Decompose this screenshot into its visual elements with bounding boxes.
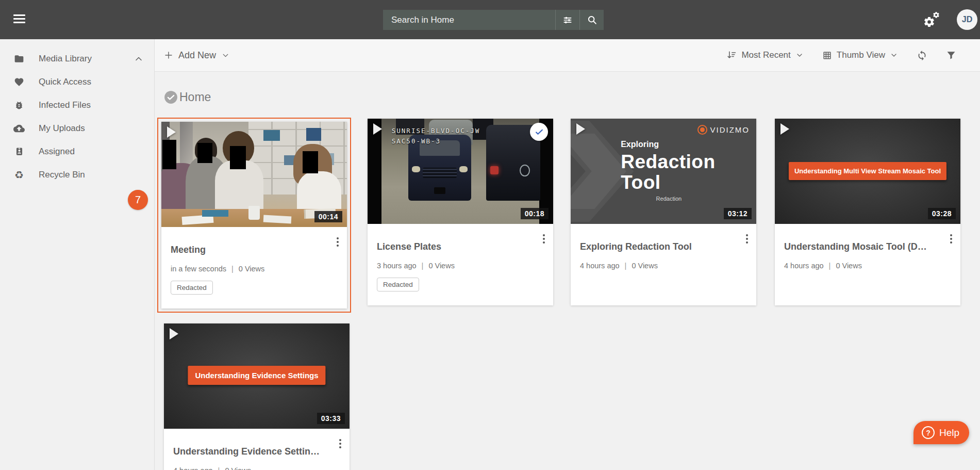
card-title[interactable]: License Plates — [377, 241, 534, 252]
sidebar-item-assigned[interactable]: Assigned — [0, 140, 154, 163]
bug-icon — [13, 100, 25, 111]
kebab-menu-icon[interactable] — [744, 233, 750, 245]
search-icon — [587, 14, 597, 25]
card-views: 0 Views — [239, 265, 265, 273]
sidebar: Media Library Quick Access Infected File… — [0, 39, 155, 470]
card-time: 3 hours ago — [377, 262, 417, 270]
media-card-meeting: 00:14 Meeting in a few seconds | 0 Views… — [161, 122, 347, 309]
id-badge-icon — [13, 146, 25, 157]
selection-count-badge: 7 — [128, 190, 148, 210]
card-title[interactable]: Exploring Redaction Tool — [580, 241, 737, 252]
help-button[interactable]: ? Help — [913, 421, 969, 444]
video-thumbnail[interactable]: SUNRISE-BLVD-OC-JW SAC50-WB-3 00:18 — [368, 119, 553, 224]
card-meta: 3 hours ago | 0 Views — [377, 262, 544, 270]
card-views: 0 Views — [225, 466, 251, 470]
check-circle-icon[interactable] — [164, 90, 178, 104]
card-views: 0 Views — [428, 262, 455, 270]
sidebar-item-label: Quick Access — [39, 77, 144, 87]
sidebar-item-recycle-bin[interactable]: ♻ Recycle Bin — [0, 163, 154, 186]
filter-button[interactable] — [946, 50, 956, 60]
play-icon[interactable] — [170, 328, 178, 339]
slide-caption: Redaction — [656, 196, 682, 202]
redaction-box — [197, 143, 212, 163]
redaction-box — [230, 146, 246, 169]
card-footer: License Plates 3 hours ago | 0 Views Red… — [368, 224, 553, 305]
sidebar-item-infected-files[interactable]: Infected Files — [0, 93, 154, 117]
slide-title: Exploring Redaction Tool — [621, 140, 715, 193]
card-footer: Understanding Evidence Settin… 4 hours a… — [164, 429, 350, 470]
view-dropdown[interactable]: Thumb View — [822, 50, 898, 60]
sidebar-item-label: My Uploads — [39, 123, 144, 134]
breadcrumb: Home — [164, 90, 211, 104]
folder-icon — [13, 53, 25, 64]
help-label: Help — [939, 427, 959, 439]
selected-card-outline: 00:14 Meeting in a few seconds | 0 Views… — [157, 118, 351, 313]
kebab-menu-icon[interactable] — [335, 236, 340, 248]
grid-view-icon — [822, 51, 832, 60]
card-views: 0 Views — [836, 262, 862, 270]
selected-check-icon[interactable] — [530, 123, 548, 141]
vidizmo-logo-icon — [697, 125, 707, 135]
sidebar-item-label: Infected Files — [39, 100, 144, 110]
heart-icon — [13, 76, 25, 88]
sidebar-item-my-uploads[interactable]: My Uploads — [0, 117, 154, 140]
search-input[interactable] — [383, 10, 555, 30]
card-footer: Exploring Redaction Tool 4 hours ago | 0… — [571, 224, 756, 305]
search-submit-button[interactable] — [579, 10, 604, 30]
cloud-upload-icon — [13, 123, 25, 134]
chevron-down-icon — [890, 51, 898, 59]
top-bar: JD — [0, 0, 980, 39]
question-mark-icon: ? — [922, 426, 935, 439]
add-new-label: Add New — [178, 50, 216, 61]
refresh-button[interactable] — [917, 50, 927, 61]
add-new-button[interactable]: Add New — [164, 50, 230, 61]
card-views: 0 Views — [632, 262, 658, 270]
kebab-menu-icon[interactable] — [541, 233, 546, 245]
chevron-up-icon[interactable] — [134, 54, 144, 64]
chevron-graphic — [571, 134, 626, 209]
card-title[interactable]: Understanding Evidence Settin… — [173, 446, 330, 457]
card-time: in a few seconds — [171, 265, 226, 273]
media-card-license-plates: SUNRISE-BLVD-OC-JW SAC50-WB-3 00:18 Lice… — [368, 119, 553, 305]
sort-dropdown[interactable]: Most Recent — [726, 50, 803, 60]
card-time: 4 hours ago — [173, 466, 213, 470]
kebab-menu-icon[interactable] — [949, 233, 954, 245]
avatar[interactable]: JD — [957, 9, 977, 30]
video-thumbnail[interactable]: Understanding Multi View Stream Mosaic T… — [775, 119, 960, 224]
duration-badge: 03:33 — [317, 413, 345, 424]
media-card-evidence-settings: Understanding Evidence Settings 03:33 Un… — [164, 323, 350, 470]
funnel-icon — [946, 50, 956, 60]
settings-button[interactable] — [923, 11, 940, 28]
content-toolbar: Add New Most Recent Thumb View — [155, 39, 980, 72]
avatar-initials: JD — [962, 15, 972, 24]
hamburger-menu-icon[interactable] — [13, 14, 25, 25]
card-title[interactable]: Meeting — [171, 245, 328, 255]
card-time: 4 hours ago — [580, 262, 620, 270]
redacted-tag: Redacted — [377, 278, 419, 291]
card-title[interactable]: Understanding Mosaic Tool (D… — [784, 241, 941, 252]
play-icon[interactable] — [576, 123, 585, 135]
card-footer: Understanding Mosaic Tool (D… 4 hours ag… — [775, 224, 960, 305]
play-icon[interactable] — [373, 123, 382, 135]
video-thumbnail[interactable]: VIDIZMO Exploring Redaction Tool Redacti… — [571, 119, 756, 224]
card-meta: 4 hours ago | 0 Views — [580, 262, 747, 270]
kebab-menu-icon[interactable] — [338, 437, 343, 450]
chevron-down-icon — [795, 51, 804, 59]
plus-icon — [164, 51, 173, 60]
play-icon[interactable] — [167, 126, 176, 138]
sidebar-item-label: Recycle Bin — [39, 170, 144, 180]
sidebar-item-media-library[interactable]: Media Library — [0, 47, 154, 70]
card-meta: in a few seconds | 0 Views — [171, 265, 338, 273]
search-filter-button[interactable] — [555, 10, 579, 30]
sync-icon — [917, 50, 927, 61]
page-title: Home — [179, 90, 211, 104]
video-thumbnail[interactable]: Understanding Evidence Settings 03:33 — [164, 323, 350, 429]
sidebar-item-quick-access[interactable]: Quick Access — [0, 70, 154, 93]
chevron-down-icon — [221, 51, 230, 60]
play-icon[interactable] — [780, 123, 789, 135]
duration-badge: 00:14 — [314, 211, 342, 222]
slide-banner: Understanding Multi View Stream Mosaic T… — [789, 162, 946, 180]
redaction-box — [303, 151, 319, 173]
vidizmo-logo: VIDIZMO — [697, 125, 750, 135]
video-thumbnail[interactable]: 00:14 — [161, 122, 347, 227]
